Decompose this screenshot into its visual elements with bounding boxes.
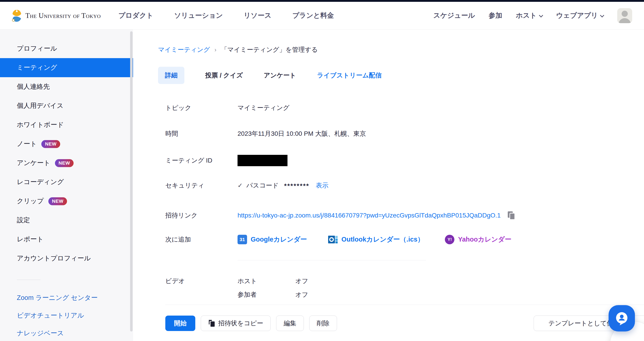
new-badge: NEW [55, 159, 74, 167]
sidebar-item-whiteboard[interactable]: ホワイトボード [0, 115, 133, 134]
delete-button[interactable]: 削除 [309, 316, 337, 331]
avatar-person-body [618, 18, 631, 23]
show-passcode-link[interactable]: 表示 [316, 181, 328, 190]
google-calendar-icon: 31 [238, 235, 247, 244]
time-value: 2023年11月30日 10:00 PM 大阪、札幌、東京 [238, 130, 366, 138]
sidebar-item-recordings[interactable]: レコーディング [0, 172, 133, 192]
tab-polls-quizzes[interactable]: 投票 / クイズ [205, 71, 243, 80]
sidebar-item-label: アンケート [17, 158, 50, 168]
breadcrumb: マイミーティング › 「マイミーティング」を管理する [158, 46, 644, 54]
sidebar-item-contacts[interactable]: 個人連絡先 [0, 77, 133, 96]
sidebar-item-label: ミーティング [17, 63, 57, 72]
host-menu-label: ホスト [516, 12, 537, 19]
sidebar-link-video-tutorials[interactable]: ビデオチュートリアル [0, 307, 133, 324]
security-row: セキュリティ ✓ パスコード ******** 表示 [165, 181, 644, 190]
nav-item-solutions[interactable]: ソリューション [174, 11, 223, 20]
sidebar-scrollbar[interactable] [130, 31, 132, 332]
time-row: 時間 2023年11月30日 10:00 PM 大阪、札幌、東京 [165, 130, 644, 138]
video-participant-value: オフ [295, 290, 308, 299]
new-badge: NEW [48, 197, 67, 205]
header: The University of Tokyo プロダクト ソリューション リソ… [0, 2, 644, 30]
copy-invitation-label: 招待状をコピー [218, 319, 263, 328]
footer-divider [165, 305, 644, 305]
primary-nav: プロダクト ソリューション リソース プランと料金 [118, 11, 334, 20]
sidebar-item-label: クリップ [17, 196, 44, 206]
help-link-label: ビデオチュートリアル [17, 311, 84, 320]
schedule-link[interactable]: スケジュール [433, 11, 475, 20]
outlook-calendar-icon [328, 235, 338, 244]
copy-icon [208, 320, 215, 327]
tab-bar: 詳細 投票 / クイズ アンケート ライブストリーム配信 [158, 67, 644, 84]
topic-row: トピック マイミーティング [165, 104, 644, 112]
tab-details[interactable]: 詳細 [158, 67, 184, 84]
sidebar-link-knowledge-base[interactable]: ナレッジベース [0, 324, 133, 341]
join-link[interactable]: 参加 [489, 11, 502, 20]
video-participant-label: 参加者 [238, 290, 295, 299]
breadcrumb-current: 「マイミーティング」を管理する [221, 46, 318, 54]
google-calendar-link[interactable]: 31 Googleカレンダー [238, 235, 307, 244]
meeting-id-redaction [238, 155, 288, 166]
video-label: ビデオ [165, 277, 238, 286]
invite-link-label: 招待リンク [165, 211, 238, 220]
header-actions: スケジュール 参加 ホスト ウェブアプリ [433, 8, 632, 23]
copy-icon[interactable] [507, 211, 515, 220]
add-to-label: 次に追加 [165, 235, 238, 244]
invite-link-row: 招待リンク https://u-tokyo-ac-jp.zoom.us/j/88… [165, 211, 644, 220]
sidebar-item-label: アカウントプロフィール [17, 254, 91, 263]
support-chat-button[interactable] [608, 305, 635, 332]
nav-item-resources[interactable]: リソース [244, 11, 271, 20]
sidebar-item-clips[interactable]: クリップ NEW [0, 192, 133, 211]
sidebar-item-label: ノート [17, 140, 37, 148]
chevron-down-icon [600, 13, 604, 17]
sidebar-item-label: 設定 [17, 216, 30, 225]
sidebar-link-learning-center[interactable]: Zoom ラーニング センター [0, 289, 133, 307]
video-host-label: ホスト [238, 277, 295, 286]
sidebar-item-reports[interactable]: レポート [0, 230, 133, 249]
yahoo-calendar-label: Yahooカレンダー [458, 235, 512, 244]
avatar-person-icon [622, 11, 628, 17]
passcode-label: パスコード [246, 181, 279, 190]
passcode-mask: ******** [284, 182, 309, 190]
sidebar-item-profile[interactable]: プロフィール [0, 39, 133, 58]
outlook-calendar-label: Outlookカレンダー（.ics） [342, 235, 424, 244]
video-row: ビデオ ホスト オフ 参加者 オフ [165, 277, 644, 299]
section-divider [238, 260, 426, 260]
chevron-down-icon [539, 13, 543, 17]
host-menu[interactable]: ホスト [516, 11, 542, 20]
security-label: セキュリティ [165, 181, 238, 190]
copy-invitation-button[interactable]: 招待状をコピー [201, 316, 271, 331]
logo-text: The University of Tokyo [26, 12, 101, 20]
tab-surveys[interactable]: アンケート [264, 71, 296, 80]
user-avatar[interactable] [617, 8, 632, 23]
new-badge: NEW [41, 140, 60, 148]
sidebar-item-settings[interactable]: 設定 [0, 211, 133, 230]
sidebar-item-notes[interactable]: ノート NEW [0, 134, 133, 154]
outlook-calendar-link[interactable]: Outlookカレンダー（.ics） [328, 235, 424, 244]
webapp-menu[interactable]: ウェブアプリ [556, 11, 604, 20]
breadcrumb-separator-icon: › [214, 46, 216, 53]
yahoo-calendar-link[interactable]: Y! Yahooカレンダー [445, 235, 512, 244]
time-label: 時間 [165, 130, 238, 138]
support-person-icon [614, 310, 630, 326]
sidebar-item-meetings[interactable]: ミーティング [0, 58, 133, 77]
top-accent-bar [0, 0, 644, 2]
utokyo-ginkgo-icon [12, 9, 22, 22]
sidebar-item-surveys[interactable]: アンケート NEW [0, 154, 133, 172]
nav-item-products[interactable]: プロダクト [118, 11, 154, 20]
sidebar-item-devices[interactable]: 個人用デバイス [0, 96, 133, 115]
sidebar-item-label: 個人用デバイス [17, 101, 64, 110]
sidebar-item-label: プロフィール [17, 44, 57, 53]
breadcrumb-my-meetings-link[interactable]: マイミーティング [158, 46, 210, 54]
meeting-id-row: ミーティング ID [165, 155, 644, 166]
edit-button[interactable]: 編集 [276, 316, 304, 331]
invite-url-link[interactable]: https://u-tokyo-ac-jp.zoom.us/j/88416670… [238, 212, 501, 219]
help-link-label: Zoom ラーニング センター [17, 293, 98, 302]
topic-value: マイミーティング [238, 104, 290, 112]
tab-livestream[interactable]: ライブストリーム配信 [317, 71, 382, 80]
utokyo-logo[interactable]: The University of Tokyo [12, 9, 101, 22]
sidebar-item-label: レコーディング [17, 178, 64, 186]
sidebar-item-account-profile[interactable]: アカウントプロフィール [0, 249, 133, 268]
nav-item-plans[interactable]: プランと料金 [292, 11, 334, 20]
check-icon: ✓ [238, 182, 243, 189]
start-button[interactable]: 開始 [165, 316, 195, 331]
